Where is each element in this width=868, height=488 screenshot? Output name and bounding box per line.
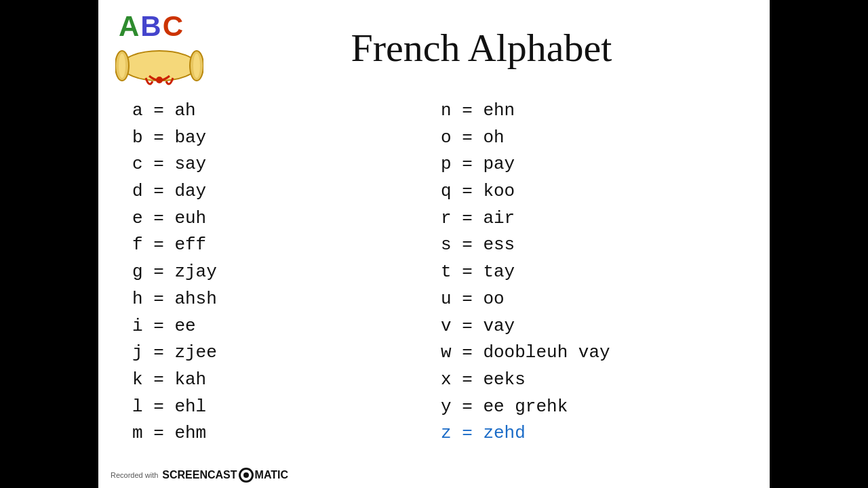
left-alpha-row: j = zjee: [132, 340, 441, 366]
right-alpha-row: n = ehn: [441, 98, 749, 124]
left-alpha-row: c = say: [132, 152, 441, 178]
right-alpha-row: o = oh: [441, 125, 749, 151]
circle-inner: [243, 472, 249, 478]
left-alpha-row: m = ehm: [132, 421, 441, 447]
letter-c: C: [163, 10, 183, 43]
screencast-logo: SCREENCAST MATIC: [162, 468, 288, 483]
letter-a: A: [119, 10, 139, 43]
svg-point-5: [156, 77, 163, 83]
right-alpha-row: t = tay: [441, 260, 749, 285]
right-alpha-row: s = ess: [441, 232, 749, 258]
brand-name: SCREENCAST: [162, 469, 237, 481]
letter-b: B: [140, 10, 161, 43]
footer: Recorded with SCREENCAST MATIC: [111, 468, 288, 483]
left-alpha-row: i = ee: [132, 314, 441, 340]
right-alpha-row: u = oo: [441, 287, 749, 312]
left-alpha-row: b = bay: [132, 125, 441, 151]
right-alpha-row: x = eeks: [441, 367, 749, 393]
right-column: n = ehno = ohp = payq = koor = airs = es…: [441, 98, 749, 447]
left-column: a = ahb = bayc = sayd = daye = euhf = ef…: [132, 98, 441, 447]
left-alpha-row: g = zjay: [132, 260, 441, 285]
left-alpha-row: e = euh: [132, 206, 441, 232]
left-alpha-row: d = day: [132, 179, 441, 205]
left-alpha-row: l = ehl: [132, 394, 441, 420]
svg-point-2: [119, 54, 125, 78]
slide: A B C French Alphabet: [98, 0, 770, 488]
right-alpha-row: p = pay: [441, 152, 749, 178]
svg-point-4: [193, 54, 200, 78]
right-alpha-row: r = air: [441, 206, 749, 232]
abc-letters: A B C: [119, 10, 183, 43]
content-area: a = ahb = bayc = sayd = daye = euhf = ef…: [98, 98, 770, 447]
left-alpha-row: h = ahsh: [132, 287, 441, 312]
left-alpha-row: f = eff: [132, 232, 441, 258]
left-alpha-row: k = kah: [132, 367, 441, 393]
right-alpha-row: y = ee grehk: [441, 394, 749, 420]
circle-icon: [239, 468, 254, 483]
svg-point-0: [122, 51, 197, 81]
header: A B C French Alphabet: [98, 0, 770, 98]
page-title: French Alphabet: [214, 25, 749, 77]
left-alpha-row: a = ah: [132, 98, 441, 124]
recorded-with-label: Recorded with: [111, 471, 158, 479]
brand-suffix: MATIC: [255, 469, 288, 481]
right-alpha-row: z = zehd: [441, 421, 749, 447]
logo-area: A B C: [112, 7, 214, 95]
scroll-icon: [115, 41, 203, 92]
right-alpha-row: q = koo: [441, 179, 749, 205]
right-alpha-row: v = vay: [441, 314, 749, 340]
right-alpha-row: w = doobleuh vay: [441, 340, 749, 366]
